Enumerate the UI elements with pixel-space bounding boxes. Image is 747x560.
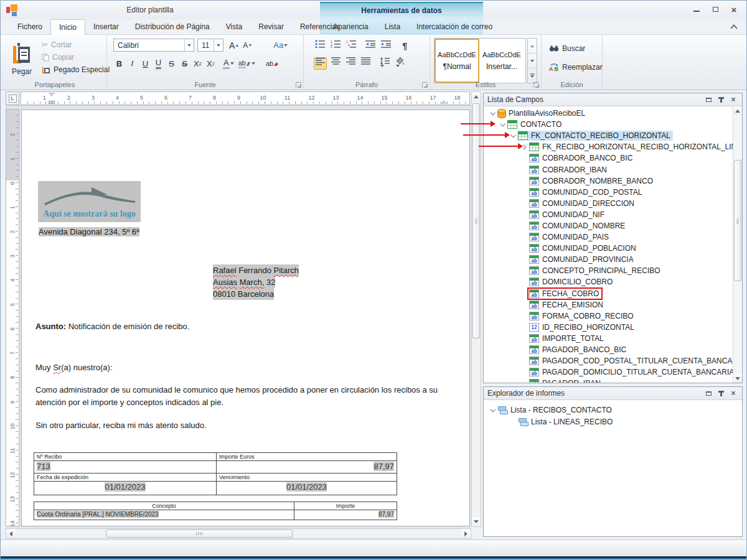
document-horizontal-scrollbar[interactable] xyxy=(6,528,471,539)
field-list-item[interactable]: ab FORMA_COBRO_RECIBO xyxy=(484,310,742,322)
cut-button[interactable]: ✂ Cortar xyxy=(39,39,112,51)
concept-row[interactable]: Cuota Ordinaria [PRAL.] NOVIEMBRE/2023 8… xyxy=(34,510,397,520)
minimize-button[interactable] xyxy=(692,5,702,14)
field-list-item[interactable]: ab COMUNIDAD_PROVINCIA xyxy=(484,254,742,265)
highlight-button[interactable]: ab xyxy=(237,57,257,70)
sender-address[interactable]: Avenida Diagonal 234, 5º 6ª xyxy=(39,227,139,236)
gallery-down-icon[interactable] xyxy=(528,54,537,68)
bullet-list-icon[interactable] xyxy=(314,40,326,52)
scroll-up-icon[interactable] xyxy=(472,92,481,101)
bold-button[interactable]: B xyxy=(113,57,125,70)
concept-table[interactable]: Concepto Importe Cuota Ordinaria [PRAL.]… xyxy=(34,502,397,520)
style-item[interactable]: AaBbCcDdE Insertar... xyxy=(479,39,524,83)
field-list-item[interactable]: ab COMUNIDAD_POBLACION xyxy=(484,243,742,254)
field-list-item[interactable]: ab IMPORTE_TOTAL xyxy=(484,333,742,344)
expand-chevron-icon[interactable] xyxy=(509,134,517,138)
ribbon-tab[interactable]: Inicio xyxy=(50,19,85,35)
vertical-ruler[interactable]: 2101234567891011121314 xyxy=(6,109,19,526)
salutation[interactable]: Muy Sr(a) nuestro(a): xyxy=(35,363,113,372)
paste-special-button[interactable]: Pegado Especial xyxy=(39,63,112,76)
field-list-item[interactable]: ab COBRADOR_NOMBRE_BANCO xyxy=(484,175,742,187)
field-list-item[interactable]: ab COMUNIDAD_NIF xyxy=(484,209,742,220)
pin-icon[interactable] xyxy=(716,95,726,104)
subject-line[interactable]: Asunto: Notificación de emisión de recib… xyxy=(35,322,189,331)
replace-button[interactable]: AB Reemplazar xyxy=(547,61,605,73)
align-center-button[interactable] xyxy=(330,57,342,70)
body-paragraph-1[interactable]: Como administrador de su comunidad le co… xyxy=(35,384,465,409)
field-list-item[interactable]: CONTACTO xyxy=(484,119,742,130)
pin-icon[interactable] xyxy=(716,389,726,398)
scroll-down-icon[interactable] xyxy=(472,517,481,526)
double-underline-button[interactable]: U xyxy=(153,57,164,70)
horizontal-scroll-thumb[interactable] xyxy=(106,530,293,538)
subscript-button[interactable]: X2 xyxy=(205,57,217,70)
italic-button[interactable]: I xyxy=(126,57,138,70)
close-panel-icon[interactable]: × xyxy=(728,389,738,398)
tab-stop-selector[interactable]: L xyxy=(6,91,19,105)
field-list-item[interactable]: ab COBRADOR_IBAN xyxy=(484,164,742,175)
increase-indent-icon[interactable] xyxy=(380,40,392,52)
recipient-street[interactable]: Ausias March, 32 xyxy=(213,276,275,288)
align-right-button[interactable] xyxy=(345,57,357,70)
field-list-item[interactable]: ab FECHA_COBRO xyxy=(484,288,742,299)
ribbon-contextual-tab[interactable]: Apariencia xyxy=(325,19,377,35)
close-panel-icon[interactable]: × xyxy=(728,95,738,104)
report-tree-item[interactable]: Lista - RECIBOS_CONTACTO xyxy=(484,404,742,416)
find-button[interactable]: Buscar xyxy=(547,42,588,55)
shading-button[interactable] xyxy=(394,57,406,70)
field-list-item[interactable]: ab PAGADOR_COD_POSTAL_TITULAR_CUENTA_BAN… xyxy=(484,355,742,366)
expand-chevron-icon[interactable] xyxy=(488,111,497,115)
receipt-no-value[interactable]: 713 xyxy=(37,462,50,471)
field-list-scrollbar[interactable] xyxy=(733,106,742,383)
gallery-up-icon[interactable] xyxy=(528,39,537,54)
field-list-scroll-thumb[interactable] xyxy=(734,160,741,281)
show-marks-button[interactable]: ¶ xyxy=(399,40,411,52)
receipt-amount-value[interactable]: 87,97 xyxy=(374,462,394,471)
scroll-down-icon[interactable] xyxy=(733,374,742,383)
field-list-item[interactable]: ab CONCEPTO_PRINCIPAL_RECIBO xyxy=(484,265,742,276)
copy-button[interactable]: Copiar xyxy=(39,51,112,63)
due-date-value[interactable]: 01/01/2023 xyxy=(286,482,327,492)
scroll-up-icon[interactable] xyxy=(733,106,742,115)
align-left-button[interactable] xyxy=(314,57,327,70)
font-color-button[interactable]: A xyxy=(222,57,236,70)
maximize-panel-icon[interactable] xyxy=(703,95,713,104)
field-list-item[interactable]: PlantillaAvisoReciboEL xyxy=(484,108,742,119)
vertical-scroll-thumb[interactable] xyxy=(472,103,480,338)
receipt-table[interactable]: Nº Recibo Importe Euros 713 87,97 Fecha … xyxy=(34,452,397,495)
issue-date-value[interactable]: 01/01/2023 xyxy=(105,482,145,492)
grow-font-button[interactable]: A▲ xyxy=(228,39,240,52)
field-list-item[interactable]: ab COMUNIDAD_NOMBRE xyxy=(484,220,742,231)
clear-formatting-button[interactable]: ab xyxy=(265,57,280,70)
field-list-item[interactable]: ab PAGADOR_DOMICILIO_TITULAR_CUENTA_BANC… xyxy=(484,366,742,378)
body-paragraph-2[interactable]: Sin otro particular, reciba mi más atent… xyxy=(35,421,207,430)
close-button[interactable]: × xyxy=(729,5,739,14)
scroll-right-icon[interactable] xyxy=(461,529,471,538)
ribbon-tab[interactable]: Fichero xyxy=(9,19,50,35)
restore-button[interactable] xyxy=(710,5,720,14)
strikethrough-button[interactable]: S xyxy=(166,57,177,70)
logo-placeholder[interactable]: Aquí se mostrará su logo xyxy=(38,181,141,222)
font-family-dropdown-icon[interactable] xyxy=(184,39,194,51)
ribbon-contextual-tab[interactable]: Intercalación de correo xyxy=(408,19,500,35)
field-list-item[interactable]: FK_CONTACTO_RECIBO_HORIZONTAL xyxy=(484,130,742,141)
font-size-select[interactable]: 11 xyxy=(197,39,223,52)
field-list-item[interactable]: ab DOMICILIO_COBRO xyxy=(484,276,742,287)
scroll-left-icon[interactable] xyxy=(6,529,16,538)
line-spacing-button[interactable] xyxy=(378,57,391,70)
ribbon-tab[interactable]: Vista xyxy=(218,19,250,35)
superscript-button[interactable]: X2 xyxy=(192,57,204,70)
document-vertical-scrollbar[interactable] xyxy=(471,91,481,527)
maximize-panel-icon[interactable] xyxy=(703,389,713,398)
paste-button[interactable]: Pegar xyxy=(7,38,37,83)
field-list-item[interactable]: ab COBRADOR_BANCO_BIC xyxy=(484,152,742,164)
double-strikethrough-button[interactable]: S xyxy=(179,57,190,70)
ribbon-tab[interactable]: Insertar xyxy=(85,19,127,35)
field-list-item[interactable]: ab PAGADOR_BANCO_BIC xyxy=(484,344,742,355)
recipient-name[interactable]: Rafael Ferrando Pitarch xyxy=(213,264,299,276)
font-size-dropdown-icon[interactable] xyxy=(214,39,223,51)
field-list-item[interactable]: ab FECHA_EMISION xyxy=(484,299,742,310)
underline-button[interactable]: U xyxy=(139,57,151,70)
justify-button[interactable] xyxy=(360,57,372,70)
shrink-font-button[interactable]: A▼ xyxy=(242,39,253,52)
